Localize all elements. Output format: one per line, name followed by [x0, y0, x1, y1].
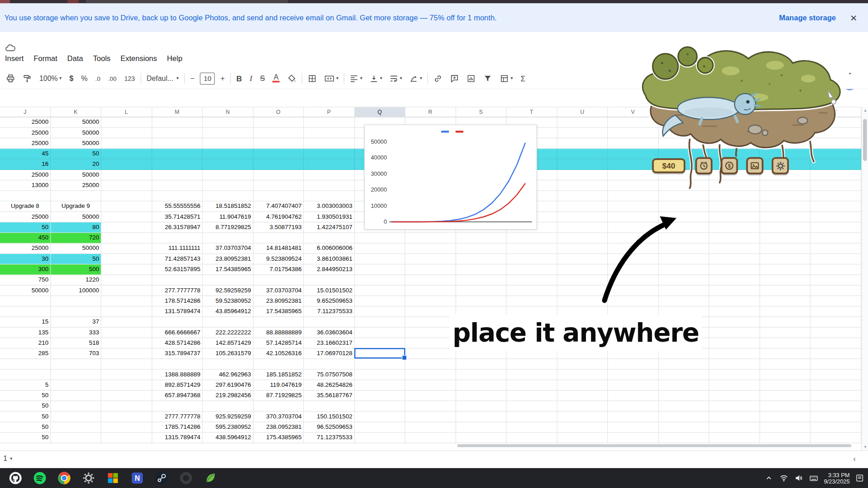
cell-O21[interactable]: 88.88888889 — [253, 328, 304, 338]
column-header-T[interactable]: T — [506, 108, 557, 117]
cell-N17[interactable]: 92.59259259 — [203, 286, 253, 296]
cell-L25[interactable] — [101, 370, 152, 380]
cell-K8[interactable] — [51, 191, 101, 201]
cell-N8[interactable] — [203, 191, 253, 201]
cell-W26[interactable] — [659, 380, 709, 390]
hud-settings-button[interactable] — [772, 157, 789, 174]
cell-J18[interactable] — [0, 296, 51, 306]
cell-O5[interactable] — [253, 160, 304, 170]
cell-P7[interactable] — [304, 180, 354, 191]
cell-U31[interactable] — [557, 433, 608, 443]
cell-M22[interactable]: 428.5714286 — [152, 338, 203, 348]
cell-M17[interactable]: 277.7777778 — [152, 286, 203, 296]
cell-X31[interactable] — [709, 433, 760, 443]
cell-L3[interactable] — [101, 138, 152, 149]
cell-Q25[interactable] — [354, 370, 405, 380]
cell-N3[interactable] — [203, 138, 253, 149]
cell-S17[interactable] — [456, 286, 506, 296]
cell-T27[interactable] — [506, 390, 557, 401]
cell-S29[interactable] — [456, 412, 506, 422]
format-currency-button[interactable]: $ — [66, 71, 77, 85]
cell-J27[interactable]: 50 — [0, 390, 51, 401]
cell-P24[interactable] — [304, 359, 354, 370]
cell-L10[interactable] — [101, 212, 152, 222]
cell-L7[interactable] — [101, 180, 152, 191]
cell-X9[interactable] — [709, 202, 760, 212]
cell-N1[interactable] — [203, 117, 253, 128]
cell-K13[interactable]: 50000 — [51, 244, 101, 254]
column-header-P[interactable]: P — [304, 108, 354, 117]
cell-M29[interactable]: 2777.777778 — [152, 412, 203, 422]
cell-W27[interactable] — [659, 390, 709, 401]
cell-N13[interactable]: 37.03703704 — [203, 244, 253, 254]
cell-N15[interactable]: 17.54385965 — [203, 264, 253, 275]
cell-V30[interactable] — [608, 422, 658, 432]
cell-S27[interactable] — [456, 390, 506, 401]
cell-O28[interactable] — [253, 401, 304, 412]
cell-P31[interactable]: 71.12375533 — [304, 433, 354, 443]
cell-O9[interactable]: 7.407407407 — [253, 202, 304, 212]
cell-V24[interactable] — [608, 359, 658, 370]
cell-M12[interactable] — [152, 233, 203, 244]
column-header-Q[interactable]: Q — [354, 108, 405, 117]
cell-V18[interactable] — [608, 296, 658, 306]
cell-K2[interactable]: 50000 — [51, 128, 101, 138]
cell-N11[interactable]: 8.771929825 — [203, 222, 253, 233]
cell-U14[interactable] — [557, 254, 608, 264]
cell-K10[interactable]: 50000 — [51, 212, 101, 222]
cell-Q23[interactable] — [354, 348, 405, 359]
cell-X27[interactable] — [709, 390, 760, 401]
steam-icon[interactable] — [155, 471, 169, 485]
horizontal-scrollbar-thumb[interactable] — [457, 444, 851, 447]
cell-N4[interactable] — [203, 149, 253, 159]
cell-M23[interactable]: 315.7894737 — [152, 348, 203, 359]
create-filter-icon[interactable] — [480, 71, 496, 85]
cell-P20[interactable] — [304, 317, 354, 328]
cell-U17[interactable] — [557, 286, 608, 296]
menu-help[interactable]: Help — [162, 52, 187, 65]
cell-S14[interactable] — [456, 254, 506, 264]
cell-K25[interactable] — [51, 370, 101, 380]
cell-Z26[interactable] — [811, 380, 861, 390]
cell-P1[interactable] — [304, 117, 354, 128]
cell-X25[interactable] — [709, 370, 760, 380]
cell-N27[interactable]: 219.2982456 — [203, 390, 253, 401]
cell-V9[interactable] — [608, 202, 658, 212]
price-button[interactable]: $40 — [652, 158, 685, 173]
cell-J29[interactable]: 50 — [0, 412, 51, 422]
cell-J28[interactable]: 50 — [0, 401, 51, 412]
banner-close-icon[interactable]: ✕ — [848, 12, 859, 23]
cell-K6[interactable]: 50000 — [51, 170, 101, 180]
cell-P26[interactable]: 48.26254826 — [304, 380, 354, 390]
table-views-icon[interactable]: ▾ — [496, 71, 517, 85]
tray-chevron-up-icon[interactable] — [764, 473, 774, 483]
bold-button[interactable]: B — [232, 71, 246, 85]
cell-J19[interactable] — [0, 306, 51, 317]
cell-M2[interactable] — [152, 128, 203, 138]
cell-O7[interactable] — [253, 180, 304, 191]
cell-P16[interactable] — [304, 275, 354, 286]
cell-L26[interactable] — [101, 380, 152, 390]
cell-X19[interactable] — [709, 306, 760, 317]
cell-J11[interactable]: 50 — [0, 222, 51, 233]
cell-M5[interactable] — [152, 160, 203, 170]
column-header-U[interactable]: U — [557, 108, 608, 117]
cell-Y25[interactable] — [760, 370, 811, 380]
menu-data[interactable]: Data — [62, 52, 88, 65]
cell-Z11[interactable] — [811, 222, 861, 233]
cell-Z10[interactable] — [811, 212, 861, 222]
cell-M10[interactable]: 35.71428571 — [152, 212, 203, 222]
cell-P10[interactable]: 1.930501931 — [304, 212, 354, 222]
cell-R15[interactable] — [405, 264, 456, 275]
cell-O12[interactable] — [253, 233, 304, 244]
cell-K30[interactable] — [51, 422, 101, 432]
cell-P23[interactable]: 17.06970128 — [304, 348, 354, 359]
leaf-icon[interactable] — [203, 471, 217, 485]
cell-O4[interactable] — [253, 149, 304, 159]
notification-center-icon[interactable] — [855, 473, 865, 483]
cell-P2[interactable] — [304, 128, 354, 138]
cell-N21[interactable]: 222.2222222 — [203, 328, 253, 338]
cell-W29[interactable] — [659, 412, 709, 422]
cell-U7[interactable] — [557, 180, 608, 191]
hud-gallery-button[interactable] — [746, 157, 764, 174]
